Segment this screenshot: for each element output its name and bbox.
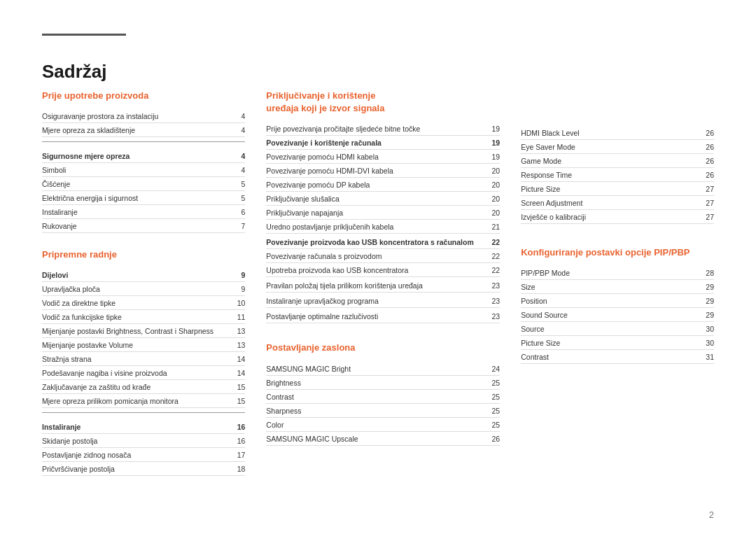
- toc-page: 23: [492, 281, 500, 290]
- toc-page: 10: [237, 299, 246, 307]
- toc-item: Brightness 25: [266, 376, 500, 390]
- toc-item: Instaliranje upravljačkog programa 23: [266, 294, 500, 308]
- toc-page: 11: [237, 313, 246, 321]
- toc-page: 19: [492, 139, 500, 147]
- toc-page: 26: [706, 157, 714, 165]
- toc-page: 29: [706, 283, 714, 291]
- toc-label: Rukovanje: [42, 222, 241, 230]
- toc-item: Color 25: [266, 418, 500, 432]
- toc-label: Sigurnosne mjere opreza: [42, 152, 241, 160]
- toc-label: Size: [521, 283, 706, 291]
- toc-page: 25: [492, 421, 500, 429]
- toc-label: Upotreba proizvoda kao USB koncentratora: [266, 266, 491, 274]
- toc-page: 15: [237, 397, 246, 405]
- toc-label: Povezivanje računala s proizvodom: [266, 252, 491, 260]
- toc-page: 24: [492, 365, 500, 373]
- toc-item: Mjere opreza za skladištenje 4: [42, 123, 245, 137]
- toc-label: Instaliranje upravljačkog programa: [266, 297, 491, 305]
- toc-item: Picture Size 30: [521, 336, 714, 350]
- mid-column: Priključivanje i korištenje uređaja koji…: [266, 90, 521, 489]
- toc-item: HDMI Black Level 26: [521, 126, 714, 140]
- toc-label: Simboli: [42, 166, 241, 174]
- section-postavljanje-zaslona: Postavljanje zaslona SAMSUNG MAGIC Brigh…: [266, 342, 500, 445]
- toc-item: Priključivanje napajanja 20: [266, 206, 500, 220]
- toc-page: 9: [241, 285, 245, 293]
- toc-label: Priključivanje napajanja: [266, 209, 491, 217]
- toc-label: Sharpness: [266, 407, 491, 415]
- section-prikljucivanje: Priključivanje i korištenje uređaja koji…: [266, 90, 500, 323]
- toc-label: Mijenjanje postavke Volume: [42, 341, 237, 349]
- toc-item: Izvješće o kalibraciji 27: [521, 210, 714, 224]
- toc-page: 20: [492, 195, 500, 203]
- section-title-mid-2: Postavljanje zaslona: [266, 342, 500, 354]
- toc-label: Povezivanje pomoću HDMI kabela: [266, 153, 491, 161]
- toc-item: Uredno postavljanje priključenih kabela …: [266, 220, 500, 234]
- toc-page: 23: [492, 297, 500, 305]
- toc-label: Screen Adjustment: [521, 199, 706, 207]
- toc-item: Sharpness 25: [266, 404, 500, 418]
- toc-label: Response Time: [521, 171, 706, 179]
- toc-page: 30: [706, 339, 714, 347]
- toc-page: 20: [492, 181, 500, 189]
- toc-page: 27: [706, 199, 714, 207]
- toc-item: Source 30: [521, 322, 714, 336]
- toc-item: Osiguravanje prostora za instalaciju 4: [42, 109, 245, 123]
- toc-label: Game Mode: [521, 157, 706, 165]
- toc-label: Povezivanje i korištenje računala: [266, 139, 491, 147]
- page: Sadržaj Prije upotrebe proizvoda Osigura…: [0, 0, 756, 534]
- toc-group-mid-5: Postavljanje optimalne razlučivosti 23: [266, 309, 500, 323]
- toc-label: Povezivanje pomoću HDMI-DVI kabela: [266, 167, 491, 175]
- toc-item: Čišćenje 5: [42, 177, 245, 191]
- toc-item: Size 29: [521, 280, 714, 294]
- toc-page: 16: [237, 437, 246, 445]
- toc-item: Pričvršćivanje postolja 18: [42, 462, 245, 476]
- toc-page: 17: [237, 451, 246, 459]
- toc-item: Postavljanje optimalne razlučivosti 23: [266, 309, 500, 323]
- toc-label: Izvješće o kalibraciji: [521, 213, 706, 221]
- content-columns: Prije upotrebe proizvoda Osiguravanje pr…: [42, 90, 714, 489]
- title-underline: [42, 34, 126, 36]
- divider: [42, 412, 245, 413]
- toc-group-mid-3: Pravilan položaj tijela prilikom korište…: [266, 279, 500, 293]
- toc-page: 19: [492, 125, 500, 133]
- toc-page: 26: [706, 143, 714, 151]
- toc-item: Povezivanje pomoću HDMI kabela 19: [266, 150, 500, 164]
- toc-page: 29: [706, 311, 714, 319]
- toc-page: 25: [492, 393, 500, 401]
- toc-page: 26: [706, 129, 714, 137]
- toc-label: Prije povezivanja pročitajte sljedeće bi…: [266, 125, 491, 133]
- toc-item: Priključivanje slušalica 20: [266, 192, 500, 206]
- toc-label: HDMI Black Level: [521, 129, 706, 137]
- section-title-2: Pripremne radnje: [42, 248, 245, 261]
- toc-item: Dijelovi 9: [42, 268, 245, 282]
- toc-item: Vodič za direktne tipke 10: [42, 296, 245, 310]
- right-column: HDMI Black Level 26 Eye Saver Mode 26 Ga…: [521, 90, 714, 489]
- toc-page: 14: [237, 355, 246, 363]
- toc-page: 5: [241, 194, 245, 202]
- toc-label: Postavljanje zidnog nosača: [42, 451, 237, 459]
- toc-page: 13: [237, 341, 246, 349]
- section-pripremne-radnje: Pripremne radnje Dijelovi 9 Upravljačka …: [42, 248, 245, 476]
- toc-page: 27: [706, 185, 714, 193]
- toc-item: Mjere opreza prilikom pomicanja monitora…: [42, 394, 245, 408]
- toc-item: Prije povezivanja pročitajte sljedeće bi…: [266, 122, 500, 136]
- toc-label: Instaliranje: [42, 423, 237, 431]
- toc-item: Podešavanje nagiba i visine proizvoda 14: [42, 366, 245, 380]
- toc-group-2b: Instaliranje 16 Skidanje postolja 16 Pos…: [42, 420, 245, 476]
- toc-item: Povezivanje pomoću HDMI-DVI kabela 20: [266, 164, 500, 178]
- toc-item: Zaključavanje za zaštitu od krađe 15: [42, 380, 245, 394]
- toc-item: Contrast 25: [266, 390, 500, 404]
- toc-item: Mijenjanje postavke Volume 13: [42, 338, 245, 352]
- toc-group-1b: Sigurnosne mjere opreza 4 Simboli 4 Čišć…: [42, 149, 245, 233]
- page-number: 2: [709, 510, 714, 520]
- toc-page: 26: [706, 171, 714, 179]
- toc-label: Mijenjanje postavki Brightness, Contrast…: [42, 327, 237, 335]
- toc-label: Mjere opreza prilikom pomicanja monitora: [42, 397, 237, 405]
- section-title-1: Prije upotrebe proizvoda: [42, 90, 245, 102]
- toc-item: Picture Size 27: [521, 182, 714, 196]
- toc-label: Električna energija i sigurnost: [42, 194, 241, 202]
- left-column: Prije upotrebe proizvoda Osiguravanje pr…: [42, 90, 266, 489]
- toc-page: 30: [706, 325, 714, 333]
- toc-page: 18: [237, 465, 246, 473]
- toc-label: Povezivanje proizvoda kao USB koncentrat…: [266, 238, 491, 246]
